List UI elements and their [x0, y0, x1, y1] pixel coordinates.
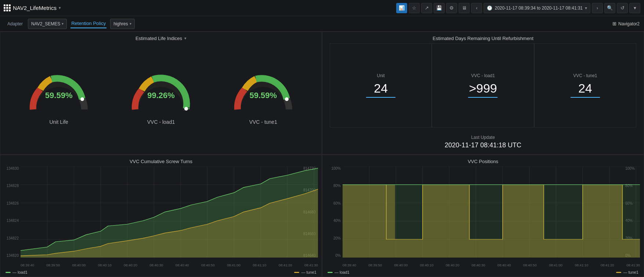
- vvc-positions-panel: VVC Positions 100% 80% 60% 40% 20% 0% 10…: [322, 155, 644, 277]
- gauge-vvc-tune1-container: 59.59%: [230, 69, 296, 117]
- refurb-header-unit: Unit: [377, 73, 384, 78]
- legend-tune1-label: — tune1: [301, 270, 316, 274]
- share-button[interactable]: ↗: [421, 3, 432, 13]
- refresh-button[interactable]: ↺: [617, 3, 628, 13]
- gauge-vvc-load1-label: VVC - load1: [147, 119, 175, 125]
- gauge-vvc-tune1-value: 59.59%: [250, 91, 277, 100]
- refurb-panel-title: Estimated Days Remaining Until Refurbish…: [322, 32, 644, 43]
- legend-load1: — load1: [6, 270, 28, 274]
- adapter-dropdown[interactable]: NAV2_SEMES ▾: [28, 19, 67, 29]
- time-range-selector[interactable]: 🕐 2020-11-17 08:39:34 to 2020-11-17 08:4…: [484, 3, 590, 13]
- vvc-positions-title-text: VVC Positions: [468, 159, 498, 164]
- gauges-panel-title: Estimated Life Indices ▾: [0, 32, 322, 43]
- app-grid-icon: [4, 4, 11, 11]
- vvc-positions-title: VVC Positions: [322, 155, 644, 166]
- legend-load1-label: — load1: [12, 270, 28, 274]
- app-title: NAV2_LifeMetrics ▾: [4, 4, 61, 11]
- top-bar: NAV2_LifeMetrics ▾ 📊 ☆ ↗ 💾 ⚙ 🖥 ‹ 🕐 2020-…: [0, 0, 644, 16]
- refresh-icon: ↺: [621, 5, 625, 11]
- arrow-right-button[interactable]: ›: [592, 3, 603, 13]
- refurb-header-tune1: VVC - tune1: [573, 73, 597, 78]
- save-icon: 💾: [436, 5, 442, 11]
- screw-turns-title-text: VVC Cumulative Screw Turns: [130, 159, 192, 164]
- legend-pos-load1: — load1: [328, 270, 350, 274]
- retention-dropdown[interactable]: highres ▾: [110, 19, 134, 29]
- chart-icon: 📊: [399, 5, 405, 11]
- top-bar-left: NAV2_LifeMetrics ▾: [4, 4, 61, 11]
- gauge-vvc-tune1: 59.59% VVC - tune1: [230, 69, 296, 125]
- gauge-unit-life-container: 59.59%: [26, 69, 92, 117]
- vvc-positions-svg-container: [343, 166, 640, 258]
- navigator-section: ⊞ Navigator2: [612, 21, 640, 26]
- vvc-positions-svg: [343, 166, 640, 258]
- gauges-title-chevron: ▾: [184, 36, 187, 41]
- refurb-title-text: Estimated Days Remaining Until Refurbish…: [433, 36, 533, 41]
- time-chevron: ▾: [585, 6, 587, 11]
- retention-value: highres: [113, 21, 128, 26]
- refurb-value-unit: 24: [366, 81, 395, 98]
- sub-bar-left: Adapter NAV2_SEMES ▾ Retention Policy hi…: [4, 19, 135, 29]
- clock-icon: 🕐: [487, 6, 492, 11]
- gauge-vvc-tune1-label: VVC - tune1: [249, 119, 277, 125]
- legend-load1-dot: [6, 272, 11, 273]
- arrow-left-button[interactable]: ‹: [471, 3, 482, 13]
- svg-point-0: [80, 97, 84, 101]
- save-button[interactable]: 💾: [434, 3, 445, 13]
- screw-turns-x-labels: 08:39:40 08:39:50 08:40:00 08:40:10 08:4…: [21, 263, 318, 267]
- gauges-panel: Estimated Life Indices ▾: [0, 32, 322, 155]
- adapter-label: Adapter: [4, 20, 26, 28]
- refresh-dropdown-button[interactable]: ▾: [629, 3, 640, 13]
- last-update-label: Last Update: [471, 135, 495, 140]
- chart-button[interactable]: 📊: [396, 3, 407, 13]
- screw-turns-legend: — load1 — tune1: [0, 269, 322, 277]
- gauge-vvc-load1-container: 99.26%: [128, 69, 194, 117]
- legend-pos-load1-label: — load1: [334, 270, 350, 274]
- last-update-value: 2020-11-17 08:41:18 UTC: [445, 141, 521, 149]
- vvc-positions-legend: — load1 — tune1: [322, 269, 644, 277]
- gauge-vvc-load1-value: 99.26%: [147, 91, 175, 100]
- legend-pos-load1-dot: [328, 272, 333, 273]
- refurb-panel: Estimated Days Remaining Until Refurbish…: [322, 32, 644, 155]
- sub-bar: Adapter NAV2_SEMES ▾ Retention Policy hi…: [0, 16, 644, 32]
- gauge-vvc-load1: 99.26% VVC - load1: [128, 69, 194, 125]
- vvc-positions-y-left: 100% 80% 60% 40% 20% 0%: [322, 166, 342, 258]
- refurb-value-tune1: 24: [571, 81, 600, 98]
- vvc-positions-chart-area: 100% 80% 60% 40% 20% 0% 100% 80% 60% 40%…: [322, 166, 644, 269]
- refurb-header-load1: VVC - load1: [471, 73, 495, 78]
- refurb-value-load1: >999: [468, 81, 498, 98]
- screw-turns-panel: VVC Cumulative Screw Turns 134830 134828…: [0, 155, 322, 277]
- gear-icon: ⚙: [449, 5, 454, 11]
- arrow-right-icon: ›: [597, 5, 598, 11]
- screw-turns-svg: [21, 166, 318, 258]
- adapter-chevron-icon: ▾: [62, 22, 64, 26]
- app-title-chevron: ▾: [59, 6, 61, 10]
- adapter-value: NAV2_SEMES: [31, 21, 60, 26]
- magnify-icon: 🔍: [607, 5, 613, 11]
- gauge-unit-life: 59.59% Unit Life: [26, 69, 92, 125]
- screw-turns-chart-area: 134830 134828 134826 134824 134822 13482…: [0, 166, 322, 269]
- screw-turns-svg-container: [21, 166, 318, 258]
- retention-policy-label[interactable]: Retention Policy: [70, 19, 106, 28]
- gauges-row: 59.59% Unit Life 99.26% VV: [0, 43, 322, 154]
- svg-marker-40: [343, 185, 640, 258]
- last-update-section: Last Update 2020-11-17 08:41:18 UTC: [322, 131, 644, 154]
- top-bar-right: 📊 ☆ ↗ 💾 ⚙ 🖥 ‹ 🕐 2020-11-17 08:39:34 to 2…: [396, 3, 640, 13]
- monitor-button[interactable]: 🖥: [459, 3, 470, 13]
- time-range-text: 2020-11-17 08:39:34 to 2020-11-17 08:41:…: [495, 6, 583, 11]
- gauge-unit-life-label: Unit Life: [49, 119, 68, 125]
- star-icon: ☆: [412, 5, 416, 11]
- refurb-cell-unit: Unit 24: [330, 43, 432, 127]
- share-icon: ↗: [425, 5, 429, 11]
- refurb-cell-tune1: VVC - tune1 24: [534, 43, 636, 127]
- zoom-button[interactable]: 🔍: [604, 3, 615, 13]
- settings-button[interactable]: ⚙: [446, 3, 457, 13]
- legend-tune1: — tune1: [294, 270, 316, 274]
- star-button[interactable]: ☆: [409, 3, 420, 13]
- refresh-dropdown-icon: ▾: [634, 5, 636, 11]
- main-content: Estimated Life Indices ▾: [0, 32, 644, 277]
- refurb-grid: Unit 24 VVC - load1 >999 VVC - tune1 24: [322, 43, 644, 131]
- screw-turns-title: VVC Cumulative Screw Turns: [0, 155, 322, 166]
- legend-pos-tune1-label: — tune1: [623, 270, 638, 274]
- svg-point-2: [285, 97, 289, 101]
- navigator-grid-icon: ⊞: [612, 21, 616, 26]
